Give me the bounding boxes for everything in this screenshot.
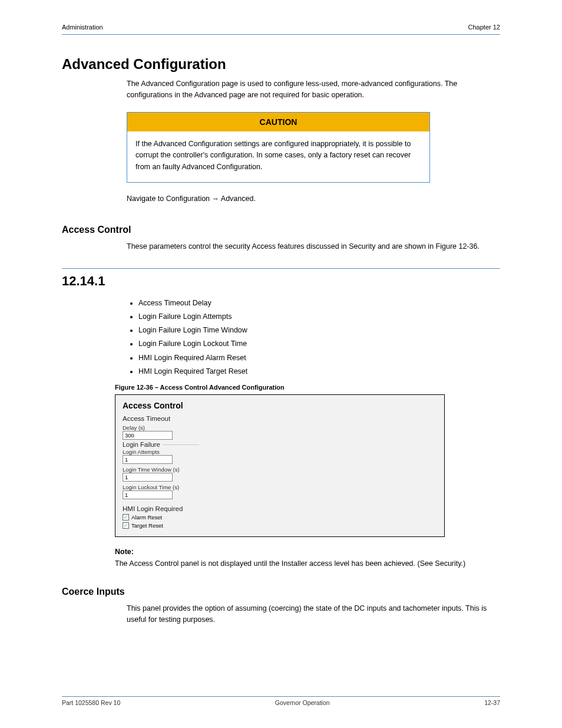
delay-label: Delay (s): [123, 424, 192, 431]
lockout-label: Login Lockout Time (s): [123, 484, 199, 490]
attempts-label: Login Attempts: [123, 449, 199, 455]
alarm-reset-checkbox[interactable]: ✓: [123, 514, 129, 521]
section-rule: [62, 268, 500, 269]
list-item: Access Timeout Delay: [138, 297, 500, 309]
attempts-input[interactable]: [123, 455, 173, 464]
footer-rule: [62, 696, 500, 697]
list-item: HMI Login Required Target Reset: [138, 365, 500, 378]
access-control-panel: Access Control Access Timeout Delay (s) …: [115, 394, 445, 537]
delay-input[interactable]: [123, 431, 173, 440]
footer-right: 12-37: [484, 699, 500, 706]
caution-body: If the Advanced Configuration settings a…: [127, 131, 429, 182]
access-bullet-list: Access Timeout Delay Login Failure Login…: [138, 297, 500, 378]
section-number: 12.14.1: [62, 274, 500, 289]
header-right: Chapter 12: [468, 24, 500, 31]
window-input[interactable]: [123, 473, 173, 482]
caution-heading: CAUTION: [127, 113, 429, 131]
footer-left: Part 1025580 Rev 10: [62, 699, 120, 706]
target-reset-label: Target Reset: [131, 522, 163, 529]
alarm-reset-label: Alarm Reset: [131, 514, 162, 521]
window-label: Login Time Window (s): [123, 466, 199, 473]
figure-caption: Figure 12-36 – Access Control Advanced C…: [115, 384, 500, 391]
page-title: Advanced Configuration: [62, 56, 500, 73]
header-left: Administration: [62, 24, 103, 31]
lockout-input[interactable]: [123, 490, 173, 499]
intro-paragraph: The Advanced Configuration page is used …: [127, 78, 500, 101]
note-body: The Access Control panel is not displaye…: [115, 558, 500, 569]
target-reset-checkbox[interactable]: ✓: [123, 522, 129, 529]
coerce-desc: This panel provides the option of assumi…: [127, 603, 500, 626]
nav-instruction: Navigate to Configuration → Advanced.: [127, 193, 500, 205]
note-label: Note:: [115, 548, 500, 556]
panel-title: Access Control: [123, 401, 437, 410]
list-item: HMI Login Required Alarm Reset: [138, 352, 500, 364]
coerce-heading: Coerce Inputs: [62, 587, 500, 597]
list-item: Login Failure Login Lockout Time: [138, 338, 500, 350]
caution-box: CAUTION If the Advanced Configuration se…: [127, 112, 430, 183]
failure-sub: Login Failure: [123, 441, 163, 448]
list-item: Login Failure Login Attempts: [138, 311, 500, 323]
list-item: Login Failure Login Time Window: [138, 324, 500, 337]
header-rule: [62, 34, 500, 35]
hmi-sub: HMI Login Required: [123, 505, 437, 512]
timeout-sub: Access Timeout: [123, 415, 192, 422]
footer-center: Governor Operation: [275, 699, 330, 706]
access-heading: Access Control: [62, 225, 500, 235]
access-desc: These parameters control the security Ac…: [127, 241, 500, 252]
